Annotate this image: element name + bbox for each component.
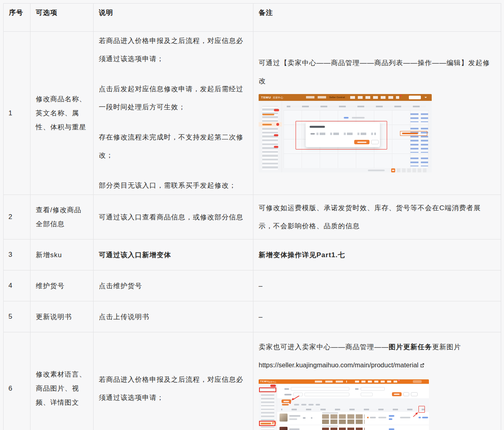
brand-suffix: 卖家中心 — [273, 96, 283, 100]
tag-placeholder — [378, 417, 386, 418]
reset-button-placeholder — [403, 392, 409, 396]
external-link-icon — [420, 356, 424, 375]
description-paragraph: 点击维护货号 — [99, 277, 247, 295]
remark-cell: 新增变体操作详见Part1.七 — [253, 240, 501, 270]
topbar-icons-placeholder — [355, 381, 397, 383]
row-number: 4 — [4, 270, 31, 301]
description-paragraph: 可通过该入口查看商品信息，或修改部分信息 — [99, 208, 247, 226]
action-links-placeholder — [410, 113, 428, 122]
row-number: 3 — [4, 240, 31, 270]
progress-link-placeholder — [389, 428, 394, 430]
link-placeholder — [344, 117, 349, 119]
filter-label-placeholder — [284, 388, 289, 390]
product-thumbnail-sofa — [280, 414, 288, 422]
product-management-item — [262, 114, 274, 115]
status-text-placeholder — [370, 417, 376, 418]
table-header-placeholder — [277, 407, 429, 412]
topnav-placeholder — [306, 96, 327, 98]
description-cell: 点击维护货号 — [94, 270, 253, 301]
update-link-placeholder — [422, 417, 428, 418]
count-placeholder — [303, 417, 306, 419]
table-row: 4 维护货号 点击维护货号 – — [4, 270, 501, 301]
description-paragraph: 存在修改流程未完成时，不支持发起第二次修改； — [99, 128, 247, 164]
remark-cell: 可修改如运费模版、承诺发货时效、库存、货号等不会在C端消费者展示，不会影响价格、… — [253, 195, 501, 240]
time-placeholder — [400, 417, 410, 418]
user-chip-placeholder — [413, 380, 422, 383]
topbar: TEMU 卖家中心 — [259, 379, 429, 384]
image-thumbnails-row — [322, 428, 365, 430]
order-menu-badge — [270, 385, 276, 387]
remark-suffix: 更新图片 — [432, 343, 461, 351]
action-links-placeholder — [410, 158, 428, 166]
table-row: 5 更新说明书 点击上传说明书 – — [4, 301, 501, 332]
option-cell: 新增sku — [31, 240, 94, 270]
option-cell: 修改素材语言、商品图片、视频、详情图文 — [31, 332, 94, 430]
pagination-summary-placeholder — [368, 170, 385, 171]
option-text: 修改素材语言、商品图片、视频、详情图文 — [36, 367, 87, 410]
red-annotation-image-update — [259, 421, 275, 426]
filter-label-placeholder — [355, 388, 359, 390]
red-arrow-to-action-column — [412, 412, 420, 418]
filter-select-placeholder — [361, 393, 373, 396]
remark-dash: – — [259, 308, 494, 326]
remark-cell: – — [253, 301, 501, 332]
description-paragraph: 可通过该入口新增变体 — [99, 246, 247, 264]
row-number: 5 — [4, 301, 31, 332]
red-annotation-product-management — [259, 387, 276, 392]
tab-placeholder — [308, 404, 314, 405]
remark-text: 卖家也可进入卖家中心——商品管理——图片更新任务更新图片 — [259, 338, 494, 356]
embedded-screenshot-product-edit: TEMU 卖家中心 Seller Central — [259, 94, 432, 172]
search-box — [409, 96, 421, 99]
table-header-placeholder — [284, 103, 429, 110]
option-cell: 维护货号 — [31, 270, 94, 301]
menu-badge — [274, 134, 278, 136]
apply-modify-link-placeholder — [402, 133, 418, 134]
remark-bold-segment: 图片更新任务 — [389, 343, 432, 351]
description-paragraph: 若商品进入价格申报及之后流程，对应信息必须通过该选项申请； — [99, 32, 247, 68]
row-number: 6 — [4, 332, 31, 430]
brand-suffix: 卖家中心 — [268, 381, 276, 383]
remark-text: 可通过【卖家中心——商品管理——商品列表——操作——编辑】发起修改 — [259, 54, 494, 90]
red-arrow-to-button — [288, 395, 300, 402]
notification-badge — [400, 95, 402, 96]
image-thumbnails-row — [322, 420, 365, 424]
product-id-placeholder — [289, 418, 297, 420]
option-cell: 更新说明书 — [31, 301, 94, 332]
option-cell: 修改商品名称、英文名称、属性、体积与重星 — [31, 32, 94, 195]
option-text: 查看/修改商品全部信息 — [36, 203, 87, 231]
remark-prefix: 卖家也可进入卖家中心——商品管理—— — [259, 343, 389, 351]
option-text: 更新说明书 — [36, 310, 87, 324]
remark-cell: 可通过【卖家中心——商品管理——商品列表——操作——编辑】发起修改 TEMU 卖… — [253, 32, 501, 195]
filter-input-placeholder — [291, 387, 349, 391]
description-paragraph: 部分类目无该入口，需联系买手发起修改； — [99, 176, 247, 195]
progress-link-placeholder — [389, 415, 394, 417]
description-cell: 若商品进入价格申报及之后流程，对应信息必须通过该选项申请； — [94, 332, 253, 430]
remark-dash: – — [259, 277, 494, 295]
description-cell: 点击上传说明书 — [94, 301, 253, 332]
orange-annotation-box — [400, 131, 427, 136]
expand-button-placeholder — [411, 392, 418, 396]
tab-placeholder — [301, 404, 306, 405]
tab-count-badge — [290, 403, 291, 404]
menu-badge — [274, 146, 278, 148]
header-index: 序号 — [4, 4, 31, 32]
filter-input-placeholder — [304, 393, 349, 396]
header-remark: 备注 — [253, 4, 501, 32]
filter-input-placeholder — [361, 387, 385, 391]
option-text: 维护货号 — [36, 279, 87, 293]
remark-text: 新增变体操作详见Part1.七 — [259, 246, 494, 264]
table-row: 3 新增sku 可通过该入口新增变体 新增变体操作详见Part1.七 — [4, 240, 501, 270]
tab-active-placeholder — [282, 404, 289, 405]
tab-placeholder — [294, 404, 299, 405]
topbar: TEMU 卖家中心 Seller Central — [259, 94, 432, 101]
image-group-label-placeholder — [322, 426, 338, 427]
row-number: 2 — [4, 195, 31, 240]
material-url-link[interactable]: https://seller.kuajingmaihuo.com/main/pr… — [259, 361, 418, 369]
table-header-row: 序号 可选项 说明 备注 — [4, 4, 501, 32]
material-url-line: https://seller.kuajingmaihuo.com/main/pr… — [259, 356, 494, 375]
product-name-placeholder — [289, 428, 300, 430]
order-menu-badge — [274, 109, 279, 111]
options-table: 序号 可选项 说明 备注 1 修改商品名称、英文名称、属性、体积与重星 若商品进… — [3, 3, 501, 430]
option-cell: 查看/修改商品全部信息 — [31, 195, 94, 240]
topnav-placeholder — [315, 381, 347, 383]
